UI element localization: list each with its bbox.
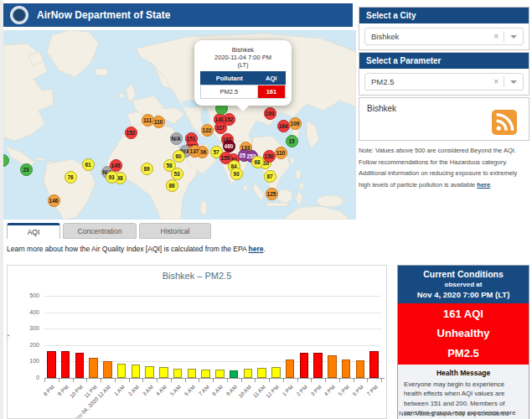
city-panel: Select a City Bishkek × xyxy=(359,7,529,50)
aqi-marker[interactable]: 152 xyxy=(125,127,137,139)
popup-table: Pollutant AQI PM2.5 161 xyxy=(200,71,286,99)
chart-bar[interactable] xyxy=(244,369,253,378)
dos-seal-icon xyxy=(10,6,28,24)
y-tick-label: 300 xyxy=(14,325,39,331)
note-link[interactable]: here xyxy=(477,181,490,189)
x-axis-tick xyxy=(73,378,74,382)
x-axis-tick xyxy=(283,378,284,382)
rss-icon[interactable] xyxy=(492,110,517,135)
x-axis-line xyxy=(44,378,385,379)
aqi-marker[interactable]: 150 xyxy=(263,150,276,163)
aqi-marker[interactable]: 125 xyxy=(266,188,278,200)
chart-bar[interactable] xyxy=(173,369,183,378)
app-title: AirNow Department of State xyxy=(37,9,170,21)
feed-box: Bishkek xyxy=(359,97,529,141)
popup-pollutant-value: PM2.5 xyxy=(201,85,258,99)
x-axis-tick xyxy=(325,378,326,382)
tab-aqi[interactable]: AQI xyxy=(7,223,60,239)
epa-link[interactable]: here xyxy=(249,245,264,253)
x-axis-tick xyxy=(86,378,87,382)
city-select[interactable]: Bishkek × xyxy=(364,28,524,45)
chart-bar[interactable] xyxy=(215,370,225,378)
x-axis-tick xyxy=(115,378,116,382)
chart-bar[interactable] xyxy=(132,365,141,378)
x-axis-tick xyxy=(59,378,59,382)
chart-bar[interactable] xyxy=(369,351,379,378)
aqi-marker[interactable]: 164 xyxy=(277,120,290,132)
chart-bar[interactable] xyxy=(75,353,85,378)
chart-bar[interactable] xyxy=(356,360,365,378)
aqi-marker[interactable]: 146 xyxy=(48,194,60,207)
clear-icon[interactable]: × xyxy=(488,32,504,41)
chart-bar[interactable] xyxy=(313,353,323,378)
aqi-marker[interactable]: 460 xyxy=(223,140,235,153)
chevron-down-icon[interactable] xyxy=(510,80,517,87)
tab-concentration[interactable]: Concentration xyxy=(63,223,137,239)
current-conditions-header: Current Conditions observed at Nov 4, 20… xyxy=(398,266,529,303)
chart-bar[interactable] xyxy=(61,351,70,378)
aqi-marker[interactable]: 110 xyxy=(152,116,165,128)
chart-bar[interactable] xyxy=(103,361,112,378)
aqi-marker[interactable]: 15 xyxy=(286,135,298,147)
clear-icon[interactable]: × xyxy=(488,77,504,86)
chart-bar[interactable] xyxy=(230,370,239,378)
chart-bar[interactable] xyxy=(286,360,295,378)
epa-text: Learn more about how the Air Quality Ind… xyxy=(7,245,249,253)
aqi-marker[interactable]: 76 xyxy=(65,171,77,184)
x-axis-tick xyxy=(269,378,270,382)
aqi-marker[interactable]: 109 xyxy=(289,117,302,130)
parameter-panel: Select a Parameter PM2.5 × xyxy=(359,52,529,96)
aqi-marker[interactable]: 93 xyxy=(230,168,243,180)
chart-bar[interactable] xyxy=(47,351,56,378)
chart-bar[interactable] xyxy=(188,369,197,378)
aqi-chart: Bishkek – PM2.5 AQI 01002003004005008 PM… xyxy=(7,265,387,419)
aqi-marker[interactable]: N/A xyxy=(170,132,183,145)
aqi-marker[interactable]: 87 xyxy=(264,170,276,183)
aqi-marker[interactable]: 23 xyxy=(20,163,33,176)
popup-datetime: 2020-11-04 7:00 PM xyxy=(200,54,286,61)
world-map[interactable]: 236176146152111110122N/A151153N/A1061376… xyxy=(3,30,356,220)
aqi-marker[interactable]: 86 xyxy=(166,179,178,192)
aqi-marker[interactable]: 110 xyxy=(275,147,287,159)
chart-bar[interactable] xyxy=(271,367,281,378)
chart-bar[interactable] xyxy=(159,367,168,378)
conditions-aqi-block: 161 AQI Unhealthy PM2.5 xyxy=(398,303,529,365)
chart-bar[interactable] xyxy=(328,355,337,378)
y-tick-label: 200 xyxy=(14,342,39,348)
chart-bar[interactable] xyxy=(117,364,127,378)
chart-bar[interactable] xyxy=(300,353,309,378)
aqi-marker[interactable]: 145 xyxy=(110,159,122,172)
chart-bar[interactable] xyxy=(145,366,154,378)
parameter-panel-header: Select a Parameter xyxy=(359,53,529,69)
health-message-title: Health Message xyxy=(404,369,523,377)
x-axis-tick xyxy=(129,378,130,382)
aqi-marker[interactable]: 122 xyxy=(201,124,214,137)
aqi-marker[interactable]: 53 xyxy=(171,168,183,180)
aqi-marker[interactable]: 93 xyxy=(106,171,118,184)
chart-gridline xyxy=(44,328,381,329)
chevron-down-icon[interactable] xyxy=(510,35,517,42)
chart-y-axis-label: AQI xyxy=(7,332,8,342)
aqi-marker[interactable]: 89 xyxy=(141,163,153,175)
chart-bar[interactable] xyxy=(201,370,210,378)
conditions-title: Current Conditions xyxy=(401,269,525,279)
aqi-marker[interactable]: 68 xyxy=(251,156,264,168)
chart-bar[interactable] xyxy=(257,368,266,378)
feed-city-label: Bishkek xyxy=(367,104,396,113)
chart-gridline xyxy=(44,313,381,313)
parameter-select[interactable]: PM2.5 × xyxy=(364,73,524,91)
x-axis-tick xyxy=(199,378,199,382)
aqi-marker[interactable]: 117 xyxy=(214,122,227,134)
y-tick-label: 400 xyxy=(14,309,39,315)
chart-bar[interactable] xyxy=(342,360,351,378)
tab-historical[interactable]: Historical xyxy=(139,223,211,239)
chart-title: Bishkek – PM2.5 xyxy=(8,271,386,281)
select-divider xyxy=(504,76,504,87)
conditions-pollutant: PM2.5 xyxy=(398,344,529,363)
chart-bar[interactable] xyxy=(89,358,98,379)
aqi-marker[interactable]: 61 xyxy=(82,158,95,171)
app-header: AirNow Department of State xyxy=(3,3,353,27)
x-axis-tick xyxy=(241,378,242,382)
aqi-marker[interactable]: 137 xyxy=(189,145,201,158)
aqi-marker[interactable]: 193 xyxy=(264,107,276,120)
